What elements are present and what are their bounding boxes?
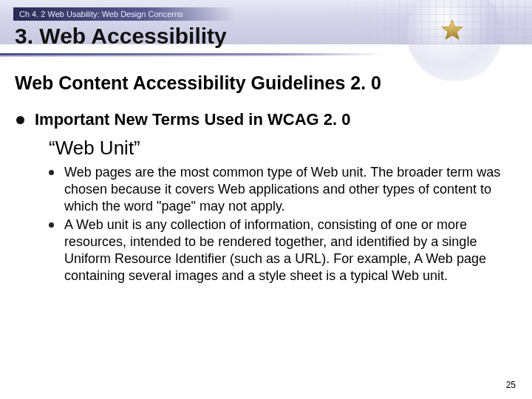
bullet-icon	[16, 116, 24, 124]
star-icon	[440, 18, 464, 42]
slide-title: 3. Web Accessibility	[15, 24, 227, 49]
chapter-label: Ch 4. 2 Web Usability: Web Design Concer…	[19, 10, 183, 18]
slide-content: Web Content Accessibility Guidelines 2. …	[15, 72, 517, 286]
list-item-text: Web pages are the most common type of We…	[64, 164, 514, 215]
bullet-icon	[49, 222, 54, 228]
slide-title-row: 3. Web Accessibility	[15, 24, 227, 49]
page-number: 25	[506, 380, 516, 390]
section-heading: Important New Terms Used in WCAG 2. 0	[35, 110, 350, 129]
title-underline	[0, 53, 532, 58]
list-item-text: A Web unit is any collection of informat…	[64, 216, 514, 284]
chapter-strip: Ch 4. 2 Web Usability: Web Design Concer…	[13, 7, 235, 21]
section-heading-row: Important New Terms Used in WCAG 2. 0	[16, 110, 517, 129]
definition-list: Web pages are the most common type of We…	[49, 164, 514, 284]
slide-subtitle: Web Content Accessibility Guidelines 2. …	[15, 72, 517, 94]
definition-term: “Web Unit”	[49, 137, 517, 160]
bullet-icon	[49, 170, 54, 175]
list-item: A Web unit is any collection of informat…	[49, 216, 514, 284]
list-item: Web pages are the most common type of We…	[49, 164, 514, 215]
